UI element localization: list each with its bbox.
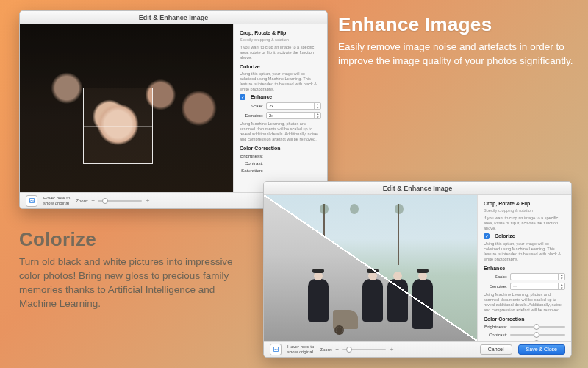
- window-title: Edit & Enhance Image: [20, 11, 327, 24]
- denoise-stepper[interactable]: —▴▾: [510, 283, 565, 290]
- brightness-label: Brightness:: [240, 153, 263, 158]
- crop-subtitle: Specify cropping & rotation: [240, 38, 321, 43]
- promo-enhance-title: Enhance Images: [338, 13, 573, 36]
- contrast-label: Contrast:: [484, 332, 507, 337]
- cancel-button[interactable]: Cancel: [480, 344, 512, 355]
- edit-enhance-window-2: Edit & Enhance Image Crop, Rotate & Flip…: [263, 181, 572, 358]
- colorize-checkbox[interactable]: ✓: [484, 233, 490, 239]
- cc-section-title: Color Correction: [240, 146, 321, 151]
- edit-enhance-window-1: Edit & Enhance Image Crop, Rotate & Flip…: [19, 10, 328, 209]
- promo-colorize: Colorize Turn old black and white pictur…: [19, 228, 254, 311]
- promo-enhance: Enhance Images Easily remove image noise…: [338, 13, 573, 68]
- zoom-slider[interactable]: [98, 200, 142, 202]
- denoise-stepper[interactable]: 2x ▴▾: [266, 112, 321, 119]
- enhance-desc: Using Machine Learning, photos and scann…: [484, 292, 565, 313]
- step-down-icon[interactable]: ▾: [315, 116, 320, 119]
- step-down-icon[interactable]: ▾: [315, 106, 320, 110]
- enhance-section-title: Enhance: [484, 266, 565, 271]
- denoise-label: Denoise:: [240, 113, 263, 118]
- colorize-desc: Using this option, your image will be co…: [240, 71, 321, 92]
- enhance-section-title: Enhance: [251, 94, 272, 99]
- scale-stepper[interactable]: —▴▾: [510, 273, 565, 280]
- colorize-checkbox-row[interactable]: ✓ Colorize: [484, 233, 565, 239]
- dialog-footer: Hover here to show original Zoom: − ＋ Ca…: [264, 341, 571, 357]
- denoise-label: Denoise:: [484, 283, 507, 289]
- crop-subtitle: Specify cropping & rotation: [484, 208, 565, 213]
- colorize-desc: Using this option, your image will be co…: [484, 241, 565, 262]
- promo-enhance-body: Easily remove image noise and artefacts …: [338, 40, 573, 68]
- hover-original-label: Hover here to show original: [43, 196, 70, 205]
- show-original-toggle[interactable]: [270, 344, 282, 355]
- zoom-in-icon[interactable]: ＋: [145, 197, 151, 205]
- colorize-section-title: Colorize: [240, 64, 321, 69]
- image-icon: [273, 346, 279, 353]
- scale-label: Scale:: [240, 103, 263, 108]
- brightness-slider[interactable]: [510, 324, 565, 330]
- zoom-out-icon[interactable]: −: [335, 346, 339, 353]
- crop-selection[interactable]: [84, 88, 152, 164]
- side-panel: Crop, Rotate & Flip Specify cropping & r…: [477, 195, 571, 341]
- image-preview[interactable]: [20, 24, 233, 192]
- zoom-slider[interactable]: [342, 349, 386, 350]
- promo-colorize-title: Colorize: [19, 228, 254, 251]
- saturation-label: Saturation:: [240, 168, 263, 173]
- side-panel: Crop, Rotate & Flip Specify cropping & r…: [233, 24, 327, 192]
- zoom-in-icon[interactable]: ＋: [389, 345, 395, 353]
- zoom-label: Zoom:: [320, 347, 332, 352]
- enhance-checkbox-row[interactable]: ✓ Enhance: [240, 94, 321, 100]
- crop-section-title: Crop, Rotate & Flip: [240, 30, 321, 35]
- image-preview[interactable]: [264, 195, 477, 341]
- crop-section-title: Crop, Rotate & Flip: [484, 201, 565, 206]
- enhance-checkbox[interactable]: ✓: [240, 94, 245, 100]
- window-title: Edit & Enhance Image: [264, 182, 571, 195]
- cc-section-title: Color Correction: [484, 316, 565, 322]
- crop-desc: If you want to crop an image to a specif…: [240, 45, 321, 60]
- crop-desc: If you want to crop an image to a specif…: [484, 216, 565, 231]
- hover-original-label: Hover here to show original: [287, 344, 314, 354]
- show-original-toggle[interactable]: [26, 195, 37, 207]
- scale-stepper[interactable]: 2x ▴▾: [266, 102, 321, 110]
- colorize-section-title: Colorize: [495, 233, 515, 238]
- contrast-label: Contrast:: [240, 160, 263, 166]
- zoom-out-icon[interactable]: −: [91, 197, 95, 204]
- contrast-slider[interactable]: [510, 332, 565, 338]
- save-close-button[interactable]: Save & Close: [518, 344, 565, 355]
- image-icon: [29, 197, 35, 204]
- enhance-desc: Using Machine Learning, photos and scann…: [240, 121, 321, 142]
- brightness-label: Brightness:: [484, 324, 507, 329]
- scale-label: Scale:: [484, 274, 507, 279]
- promo-colorize-body: Turn old black and white pictures into i…: [19, 255, 254, 311]
- zoom-label: Zoom:: [76, 199, 88, 203]
